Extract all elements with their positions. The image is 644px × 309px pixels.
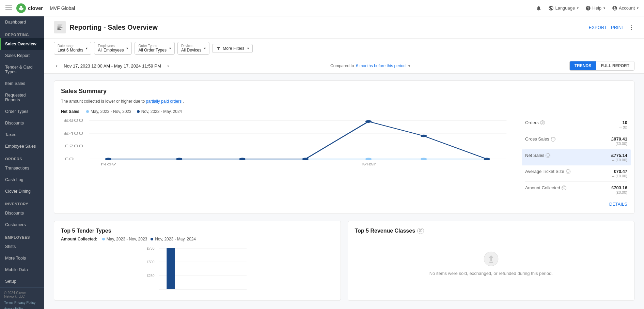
content-area: Sales Summary The amount collected is lo… <box>44 74 644 308</box>
bar-chart: £750 £500 £250 <box>61 245 334 293</box>
sidebar-item-transactions[interactable]: Transactions <box>0 162 44 174</box>
help-btn[interactable]: Help ▾ <box>585 5 605 11</box>
clover-logo: clover <box>16 3 43 13</box>
top-nav: clover MVF Global Language ▾ Help ▾ Acco… <box>0 0 644 16</box>
top-nav-left: clover MVF Global <box>5 3 531 13</box>
sidebar-item-tender-card[interactable]: Tender & Card Types <box>0 61 44 78</box>
avg-ticket-value: £70.47 <box>612 169 627 174</box>
more-options-button[interactable]: ⋮ <box>628 24 634 31</box>
employees-filter[interactable]: Employees All Employees ▾ <box>94 42 132 55</box>
chart-wrapper: £600 £400 £200 £0 <box>61 117 518 207</box>
accessibility-link[interactable]: Accessibility <box>4 307 22 309</box>
sidebar-item-order-types[interactable]: Order Types <box>0 106 44 117</box>
legend-dot-period2 <box>137 110 140 113</box>
legend-dot-period1 <box>86 110 89 113</box>
order-types-label: Order Types <box>138 44 166 48</box>
net-sales-sub: -- (£0.00) <box>611 158 627 162</box>
sidebar-item-requested-reports[interactable]: Requested Reports <box>0 89 44 106</box>
compare-link[interactable]: 6 months before this period <box>356 63 405 68</box>
account-btn[interactable]: Account ▾ <box>612 5 639 11</box>
net-sales-legend-label: Net Sales <box>61 109 79 114</box>
no-items-icon <box>483 250 500 267</box>
alert-text: The amount collected is lower or higher … <box>61 99 627 104</box>
svg-point-29 <box>239 158 246 160</box>
svg-point-27 <box>105 158 112 160</box>
stat-gross-sales: Gross Sales ⓘ £979.41 -- (£0.00) <box>525 133 627 149</box>
order-types-value: All Order Types <box>138 48 166 53</box>
more-filters-chevron: ▾ <box>247 46 249 50</box>
svg-point-30 <box>302 158 309 160</box>
net-sales-value: £775.14 <box>611 153 627 158</box>
svg-text:£750: £750 <box>147 247 155 250</box>
language-btn[interactable]: Language ▾ <box>548 5 579 11</box>
sidebar-item-dashboard[interactable]: Dashboard <box>0 16 44 28</box>
tender-legend1: May, 2023 - Nov, 2023 <box>102 237 147 241</box>
revenue-classes-card: Top 5 Revenue Classes ⓘ No items were so… <box>348 221 635 301</box>
brand-name: clover <box>28 5 43 11</box>
sidebar-item-sales-report[interactable]: Sales Report <box>0 50 44 61</box>
more-filters-btn[interactable]: More Filters ▾ <box>212 44 252 53</box>
sidebar-item-item-sales[interactable]: Item Sales <box>0 78 44 89</box>
print-button[interactable]: PRINT <box>611 25 624 30</box>
export-button[interactable]: EXPORT <box>589 25 607 30</box>
sidebar-item-employee-sales[interactable]: Employee Sales <box>0 141 44 152</box>
page-title: Reporting - Sales Overview <box>69 24 158 31</box>
sidebar-item-more-tools[interactable]: More Tools <box>0 252 44 264</box>
notification-btn[interactable] <box>536 5 541 11</box>
sidebar-item-clover-dining[interactable]: Clover Dining <box>0 186 44 197</box>
svg-text:£600: £600 <box>64 118 83 122</box>
hamburger-menu[interactable] <box>5 4 12 12</box>
svg-text:Mar: Mar <box>361 162 376 166</box>
net-sales-info-icon[interactable]: ⓘ <box>546 153 550 158</box>
sidebar-item-sales-overview[interactable]: Sales Overview <box>0 38 44 50</box>
svg-rect-0 <box>5 5 12 5</box>
trends-btn[interactable]: TRENDS <box>570 61 596 70</box>
sidebar-section-orders: Orders <box>0 152 44 162</box>
devices-label: Devices <box>181 44 201 48</box>
date-prev-btn[interactable]: ‹ <box>54 62 60 70</box>
privacy-link[interactable]: Privacy Policy <box>14 301 35 305</box>
details-link[interactable]: DETAILS <box>525 202 627 207</box>
terms-link[interactable]: Terms <box>4 301 13 305</box>
sidebar-section-inventory: Inventory <box>0 197 44 207</box>
revenue-classes-info-icon[interactable]: ⓘ <box>417 228 424 234</box>
partially-paid-link[interactable]: partially paid orders <box>146 99 182 104</box>
legend-period2: Nov, 2023 - May, 2024 <box>137 109 182 114</box>
tender-types-card: Top 5 Tender Types Amount Collected: May… <box>54 221 341 301</box>
sidebar-footer: © 2024 Clover Network, LLC Terms Privacy… <box>0 287 44 309</box>
net-sales-chart: £600 £400 £200 £0 <box>61 117 518 171</box>
merchant-name: MVF Global <box>50 5 75 11</box>
gross-sales-info-icon[interactable]: ⓘ <box>551 137 555 142</box>
sidebar-section-employees: Employees <box>0 231 44 241</box>
account-label: Account <box>619 5 635 11</box>
sidebar-item-customers[interactable]: Customers <box>0 219 44 231</box>
svg-point-3 <box>20 6 22 8</box>
amount-collected-info-icon[interactable]: ⓘ <box>562 186 566 190</box>
more-filters-label: More Filters <box>223 46 244 51</box>
sidebar-item-mobile-data[interactable]: Mobile Data <box>0 264 44 276</box>
orders-info-icon[interactable]: ⓘ <box>540 120 545 125</box>
sidebar-item-setup[interactable]: Setup <box>0 276 44 287</box>
legend-period1: May, 2023 - Nov, 2023 <box>86 109 131 114</box>
sidebar-item-discounts-i[interactable]: Discounts <box>0 207 44 219</box>
sidebar-section-reporting: Reporting <box>0 28 44 38</box>
avg-ticket-info-icon[interactable]: ⓘ <box>566 169 570 174</box>
svg-rect-7 <box>58 25 63 26</box>
sidebar-item-shifts[interactable]: Shifts <box>0 241 44 252</box>
svg-text:£250: £250 <box>147 274 155 278</box>
chart-legend: Net Sales May, 2023 - Nov, 2023 Nov, 202… <box>61 109 627 114</box>
full-report-btn[interactable]: FULL REPORT <box>596 61 634 70</box>
stat-orders: Orders ⓘ 10 -- (0) <box>525 117 627 133</box>
sales-summary-title: Sales Summary <box>61 88 627 95</box>
orders-value: 10 <box>619 120 627 125</box>
devices-value: All Devices <box>181 48 201 53</box>
no-items-placeholder: No items were sold, exchanged, or refund… <box>355 237 628 290</box>
view-toggle: TRENDS FULL REPORT <box>569 61 634 71</box>
order-types-filter[interactable]: Order Types All Order Types ▾ <box>135 42 174 55</box>
sidebar-item-taxes[interactable]: Taxes <box>0 129 44 141</box>
date-next-btn[interactable]: › <box>165 62 171 70</box>
date-range-filter[interactable]: Date range Last 6 Months ▾ <box>54 42 91 55</box>
sidebar-item-cash-log[interactable]: Cash Log <box>0 174 44 186</box>
sidebar-item-discounts-r[interactable]: Discounts <box>0 117 44 129</box>
devices-filter[interactable]: Devices All Devices ▾ <box>177 42 209 55</box>
